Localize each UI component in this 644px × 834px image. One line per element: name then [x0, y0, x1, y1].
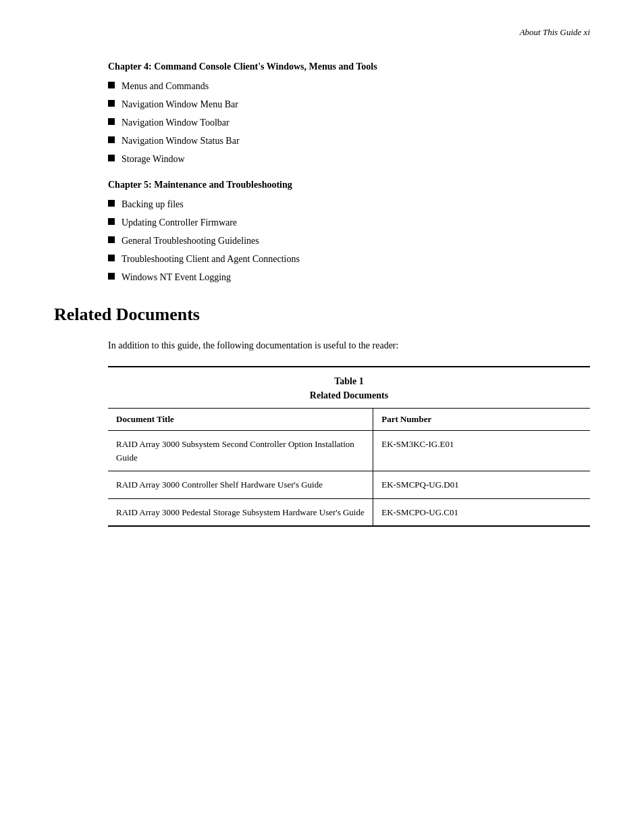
bullet-icon — [108, 100, 115, 107]
list-item-text: Navigation Window Status Bar — [122, 134, 240, 148]
list-item-text: Windows NT Event Logging — [122, 270, 231, 284]
list-item: Windows NT Event Logging — [108, 270, 590, 284]
bullet-icon — [108, 82, 115, 88]
list-item: Menus and Commands — [108, 79, 590, 93]
list-item: Navigation Window Status Bar — [108, 134, 590, 148]
list-item-text: Navigation Window Toolbar — [122, 115, 230, 130]
table-row: RAID Array 3000 Subsystem Second Control… — [108, 431, 590, 471]
documents-table: Document Title Part Number RAID Array 30… — [108, 409, 590, 525]
table-title-line2: Related Documents — [108, 388, 590, 402]
table-header-row: Document Title Part Number — [108, 409, 590, 431]
bullet-icon — [108, 118, 115, 125]
list-item-text: Menus and Commands — [122, 79, 209, 93]
doc-title-2: RAID Array 3000 Controller Shelf Hardwar… — [108, 471, 373, 499]
doc-title-1: RAID Array 3000 Subsystem Second Control… — [108, 431, 373, 471]
table-row: RAID Array 3000 Pedestal Storage Subsyst… — [108, 498, 590, 525]
chapter4-list: Menus and Commands Navigation Window Men… — [108, 79, 590, 166]
list-item: Backing up files — [108, 197, 590, 211]
bullet-icon — [108, 273, 115, 280]
list-item-text: Updating Controller Firmware — [122, 215, 237, 230]
bullet-icon — [108, 236, 115, 243]
table-title-line1: Table 1 — [108, 374, 590, 388]
doc-part-2: EK-SMCPQ-UG.D01 — [373, 471, 590, 499]
list-item-text: General Troubleshooting Guidelines — [122, 234, 259, 248]
related-documents-section: Related Documents In addition to this gu… — [54, 305, 590, 527]
list-item-text: Backing up files — [122, 197, 184, 211]
header-text: About This Guide xi — [520, 27, 590, 37]
col-document-title: Document Title — [108, 409, 373, 431]
col-part-number: Part Number — [373, 409, 590, 431]
table-title-area: Table 1 Related Documents — [108, 367, 590, 409]
list-item: Navigation Window Menu Bar — [108, 97, 590, 111]
list-item: Updating Controller Firmware — [108, 215, 590, 230]
page: About This Guide xi Chapter 4: Command C… — [0, 0, 644, 834]
table-row: RAID Array 3000 Controller Shelf Hardwar… — [108, 471, 590, 499]
list-item: Storage Window — [108, 152, 590, 166]
list-item: Navigation Window Toolbar — [108, 115, 590, 130]
related-documents-table-container: Table 1 Related Documents Document Title… — [108, 366, 590, 527]
doc-part-3: EK-SMCPO-UG.C01 — [373, 498, 590, 525]
bullet-icon — [108, 255, 115, 261]
list-item: General Troubleshooting Guidelines — [108, 234, 590, 248]
list-item-text: Troubleshooting Client and Agent Connect… — [122, 252, 300, 266]
page-header: About This Guide xi — [54, 27, 590, 41]
chapter4-heading: Chapter 4: Command Console Client's Wind… — [108, 61, 590, 72]
doc-title-3: RAID Array 3000 Pedestal Storage Subsyst… — [108, 498, 373, 525]
chapter5-heading: Chapter 5: Maintenance and Troubleshooti… — [108, 180, 590, 190]
chapter5-list: Backing up files Updating Controller Fir… — [108, 197, 590, 284]
intro-text: In addition to this guide, the following… — [108, 338, 590, 353]
section-title: Related Documents — [54, 305, 590, 325]
bullet-icon — [108, 218, 115, 225]
doc-part-1: EK-SM3KC-IG.E01 — [373, 431, 590, 471]
list-item-text: Navigation Window Menu Bar — [122, 97, 238, 111]
bullet-icon — [108, 200, 115, 207]
list-item: Troubleshooting Client and Agent Connect… — [108, 252, 590, 266]
bullet-icon — [108, 155, 115, 161]
bullet-icon — [108, 136, 115, 143]
list-item-text: Storage Window — [122, 152, 185, 166]
